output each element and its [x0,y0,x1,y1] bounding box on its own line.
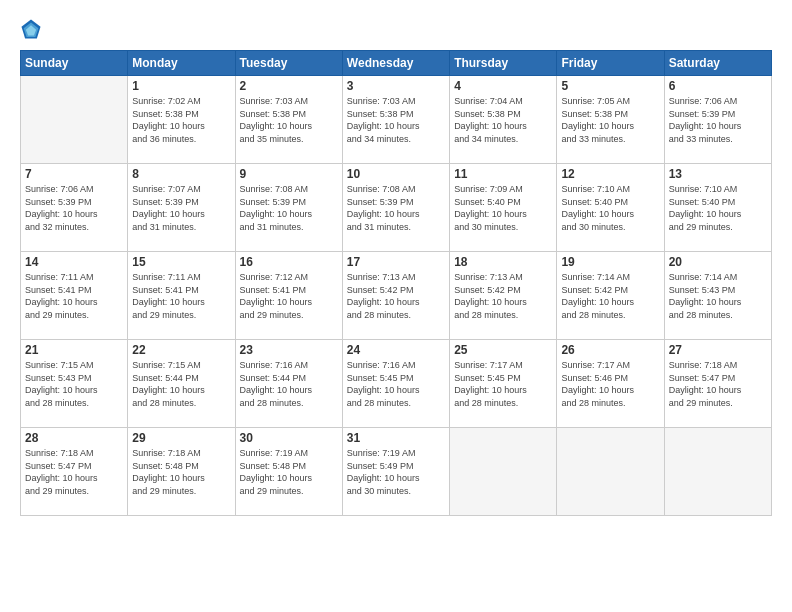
day-number: 10 [347,167,445,181]
day-number: 3 [347,79,445,93]
calendar-cell: 21Sunrise: 7:15 AM Sunset: 5:43 PM Dayli… [21,340,128,428]
day-number: 7 [25,167,123,181]
day-number: 23 [240,343,338,357]
day-number: 28 [25,431,123,445]
day-info: Sunrise: 7:14 AM Sunset: 5:42 PM Dayligh… [561,271,659,321]
day-number: 13 [669,167,767,181]
day-number: 18 [454,255,552,269]
day-info: Sunrise: 7:06 AM Sunset: 5:39 PM Dayligh… [25,183,123,233]
calendar-cell: 24Sunrise: 7:16 AM Sunset: 5:45 PM Dayli… [342,340,449,428]
day-number: 15 [132,255,230,269]
day-number: 31 [347,431,445,445]
calendar-cell [557,428,664,516]
calendar-week-row: 28Sunrise: 7:18 AM Sunset: 5:47 PM Dayli… [21,428,772,516]
day-number: 8 [132,167,230,181]
day-info: Sunrise: 7:08 AM Sunset: 5:39 PM Dayligh… [240,183,338,233]
calendar-cell: 20Sunrise: 7:14 AM Sunset: 5:43 PM Dayli… [664,252,771,340]
day-info: Sunrise: 7:18 AM Sunset: 5:47 PM Dayligh… [669,359,767,409]
day-number: 20 [669,255,767,269]
day-number: 4 [454,79,552,93]
calendar-cell: 13Sunrise: 7:10 AM Sunset: 5:40 PM Dayli… [664,164,771,252]
calendar-cell: 31Sunrise: 7:19 AM Sunset: 5:49 PM Dayli… [342,428,449,516]
calendar-header-monday: Monday [128,51,235,76]
calendar-cell: 17Sunrise: 7:13 AM Sunset: 5:42 PM Dayli… [342,252,449,340]
calendar-cell: 29Sunrise: 7:18 AM Sunset: 5:48 PM Dayli… [128,428,235,516]
calendar-cell [21,76,128,164]
calendar-header-friday: Friday [557,51,664,76]
day-number: 6 [669,79,767,93]
page: SundayMondayTuesdayWednesdayThursdayFrid… [0,0,792,612]
day-number: 17 [347,255,445,269]
logo-icon [20,18,42,40]
calendar-header-thursday: Thursday [450,51,557,76]
day-info: Sunrise: 7:13 AM Sunset: 5:42 PM Dayligh… [454,271,552,321]
header [20,18,772,40]
calendar-cell: 6Sunrise: 7:06 AM Sunset: 5:39 PM Daylig… [664,76,771,164]
day-info: Sunrise: 7:05 AM Sunset: 5:38 PM Dayligh… [561,95,659,145]
day-info: Sunrise: 7:17 AM Sunset: 5:45 PM Dayligh… [454,359,552,409]
calendar-header-wednesday: Wednesday [342,51,449,76]
day-number: 21 [25,343,123,357]
calendar-cell: 15Sunrise: 7:11 AM Sunset: 5:41 PM Dayli… [128,252,235,340]
calendar-cell: 12Sunrise: 7:10 AM Sunset: 5:40 PM Dayli… [557,164,664,252]
calendar-cell [664,428,771,516]
calendar-header-sunday: Sunday [21,51,128,76]
day-info: Sunrise: 7:16 AM Sunset: 5:44 PM Dayligh… [240,359,338,409]
calendar-cell: 26Sunrise: 7:17 AM Sunset: 5:46 PM Dayli… [557,340,664,428]
calendar-cell: 14Sunrise: 7:11 AM Sunset: 5:41 PM Dayli… [21,252,128,340]
calendar-cell: 10Sunrise: 7:08 AM Sunset: 5:39 PM Dayli… [342,164,449,252]
calendar-week-row: 7Sunrise: 7:06 AM Sunset: 5:39 PM Daylig… [21,164,772,252]
day-number: 25 [454,343,552,357]
logo [20,18,46,40]
day-info: Sunrise: 7:08 AM Sunset: 5:39 PM Dayligh… [347,183,445,233]
calendar-cell: 22Sunrise: 7:15 AM Sunset: 5:44 PM Dayli… [128,340,235,428]
day-info: Sunrise: 7:15 AM Sunset: 5:44 PM Dayligh… [132,359,230,409]
calendar-header-tuesday: Tuesday [235,51,342,76]
calendar-cell: 11Sunrise: 7:09 AM Sunset: 5:40 PM Dayli… [450,164,557,252]
day-info: Sunrise: 7:19 AM Sunset: 5:49 PM Dayligh… [347,447,445,497]
day-info: Sunrise: 7:10 AM Sunset: 5:40 PM Dayligh… [561,183,659,233]
day-info: Sunrise: 7:19 AM Sunset: 5:48 PM Dayligh… [240,447,338,497]
calendar-header-row: SundayMondayTuesdayWednesdayThursdayFrid… [21,51,772,76]
day-info: Sunrise: 7:06 AM Sunset: 5:39 PM Dayligh… [669,95,767,145]
calendar-header-saturday: Saturday [664,51,771,76]
day-number: 30 [240,431,338,445]
day-info: Sunrise: 7:10 AM Sunset: 5:40 PM Dayligh… [669,183,767,233]
day-number: 9 [240,167,338,181]
calendar-cell: 27Sunrise: 7:18 AM Sunset: 5:47 PM Dayli… [664,340,771,428]
day-info: Sunrise: 7:03 AM Sunset: 5:38 PM Dayligh… [347,95,445,145]
day-number: 12 [561,167,659,181]
calendar-week-row: 14Sunrise: 7:11 AM Sunset: 5:41 PM Dayli… [21,252,772,340]
day-number: 5 [561,79,659,93]
calendar-cell: 25Sunrise: 7:17 AM Sunset: 5:45 PM Dayli… [450,340,557,428]
calendar-table: SundayMondayTuesdayWednesdayThursdayFrid… [20,50,772,516]
day-info: Sunrise: 7:09 AM Sunset: 5:40 PM Dayligh… [454,183,552,233]
day-info: Sunrise: 7:13 AM Sunset: 5:42 PM Dayligh… [347,271,445,321]
calendar-week-row: 1Sunrise: 7:02 AM Sunset: 5:38 PM Daylig… [21,76,772,164]
calendar-cell: 2Sunrise: 7:03 AM Sunset: 5:38 PM Daylig… [235,76,342,164]
day-number: 16 [240,255,338,269]
day-info: Sunrise: 7:07 AM Sunset: 5:39 PM Dayligh… [132,183,230,233]
day-number: 27 [669,343,767,357]
day-info: Sunrise: 7:02 AM Sunset: 5:38 PM Dayligh… [132,95,230,145]
calendar-cell: 4Sunrise: 7:04 AM Sunset: 5:38 PM Daylig… [450,76,557,164]
day-number: 19 [561,255,659,269]
day-info: Sunrise: 7:15 AM Sunset: 5:43 PM Dayligh… [25,359,123,409]
calendar-cell: 28Sunrise: 7:18 AM Sunset: 5:47 PM Dayli… [21,428,128,516]
day-number: 29 [132,431,230,445]
day-info: Sunrise: 7:14 AM Sunset: 5:43 PM Dayligh… [669,271,767,321]
day-number: 2 [240,79,338,93]
day-number: 24 [347,343,445,357]
day-info: Sunrise: 7:18 AM Sunset: 5:48 PM Dayligh… [132,447,230,497]
day-info: Sunrise: 7:17 AM Sunset: 5:46 PM Dayligh… [561,359,659,409]
day-info: Sunrise: 7:04 AM Sunset: 5:38 PM Dayligh… [454,95,552,145]
day-info: Sunrise: 7:11 AM Sunset: 5:41 PM Dayligh… [25,271,123,321]
calendar-cell: 18Sunrise: 7:13 AM Sunset: 5:42 PM Dayli… [450,252,557,340]
day-info: Sunrise: 7:18 AM Sunset: 5:47 PM Dayligh… [25,447,123,497]
calendar-cell: 8Sunrise: 7:07 AM Sunset: 5:39 PM Daylig… [128,164,235,252]
day-info: Sunrise: 7:03 AM Sunset: 5:38 PM Dayligh… [240,95,338,145]
calendar-cell: 3Sunrise: 7:03 AM Sunset: 5:38 PM Daylig… [342,76,449,164]
day-number: 26 [561,343,659,357]
calendar-cell: 5Sunrise: 7:05 AM Sunset: 5:38 PM Daylig… [557,76,664,164]
calendar-cell: 1Sunrise: 7:02 AM Sunset: 5:38 PM Daylig… [128,76,235,164]
